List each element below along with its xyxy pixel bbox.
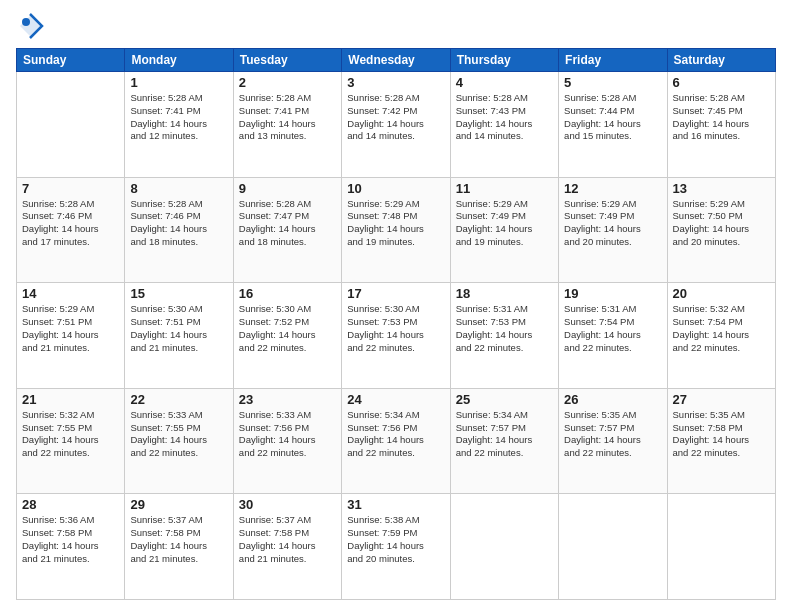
calendar-cell: 29Sunrise: 5:37 AM Sunset: 7:58 PM Dayli…	[125, 494, 233, 600]
calendar-cell: 24Sunrise: 5:34 AM Sunset: 7:56 PM Dayli…	[342, 388, 450, 494]
day-number: 23	[239, 392, 336, 407]
day-number: 6	[673, 75, 770, 90]
calendar-cell: 20Sunrise: 5:32 AM Sunset: 7:54 PM Dayli…	[667, 283, 775, 389]
logo	[16, 12, 48, 40]
cell-info: Sunrise: 5:31 AM Sunset: 7:53 PM Dayligh…	[456, 303, 553, 354]
calendar-cell: 30Sunrise: 5:37 AM Sunset: 7:58 PM Dayli…	[233, 494, 341, 600]
day-number: 30	[239, 497, 336, 512]
cell-info: Sunrise: 5:28 AM Sunset: 7:45 PM Dayligh…	[673, 92, 770, 143]
day-number: 14	[22, 286, 119, 301]
col-header-tuesday: Tuesday	[233, 49, 341, 72]
col-header-thursday: Thursday	[450, 49, 558, 72]
day-number: 26	[564, 392, 661, 407]
calendar-cell: 21Sunrise: 5:32 AM Sunset: 7:55 PM Dayli…	[17, 388, 125, 494]
cell-info: Sunrise: 5:28 AM Sunset: 7:41 PM Dayligh…	[239, 92, 336, 143]
col-header-wednesday: Wednesday	[342, 49, 450, 72]
day-number: 2	[239, 75, 336, 90]
calendar-cell: 23Sunrise: 5:33 AM Sunset: 7:56 PM Dayli…	[233, 388, 341, 494]
day-number: 13	[673, 181, 770, 196]
cell-info: Sunrise: 5:28 AM Sunset: 7:47 PM Dayligh…	[239, 198, 336, 249]
calendar-cell: 25Sunrise: 5:34 AM Sunset: 7:57 PM Dayli…	[450, 388, 558, 494]
col-header-sunday: Sunday	[17, 49, 125, 72]
day-number: 9	[239, 181, 336, 196]
calendar-cell: 16Sunrise: 5:30 AM Sunset: 7:52 PM Dayli…	[233, 283, 341, 389]
cell-info: Sunrise: 5:28 AM Sunset: 7:46 PM Dayligh…	[130, 198, 227, 249]
page: SundayMondayTuesdayWednesdayThursdayFrid…	[0, 0, 792, 612]
cell-info: Sunrise: 5:35 AM Sunset: 7:57 PM Dayligh…	[564, 409, 661, 460]
day-number: 17	[347, 286, 444, 301]
cell-info: Sunrise: 5:36 AM Sunset: 7:58 PM Dayligh…	[22, 514, 119, 565]
day-number: 8	[130, 181, 227, 196]
calendar-cell: 26Sunrise: 5:35 AM Sunset: 7:57 PM Dayli…	[559, 388, 667, 494]
cell-info: Sunrise: 5:35 AM Sunset: 7:58 PM Dayligh…	[673, 409, 770, 460]
day-number: 4	[456, 75, 553, 90]
calendar-cell: 13Sunrise: 5:29 AM Sunset: 7:50 PM Dayli…	[667, 177, 775, 283]
calendar-cell: 31Sunrise: 5:38 AM Sunset: 7:59 PM Dayli…	[342, 494, 450, 600]
day-number: 25	[456, 392, 553, 407]
calendar-cell	[667, 494, 775, 600]
calendar-cell: 10Sunrise: 5:29 AM Sunset: 7:48 PM Dayli…	[342, 177, 450, 283]
cell-info: Sunrise: 5:30 AM Sunset: 7:52 PM Dayligh…	[239, 303, 336, 354]
cell-info: Sunrise: 5:32 AM Sunset: 7:54 PM Dayligh…	[673, 303, 770, 354]
calendar-cell: 8Sunrise: 5:28 AM Sunset: 7:46 PM Daylig…	[125, 177, 233, 283]
calendar-cell: 3Sunrise: 5:28 AM Sunset: 7:42 PM Daylig…	[342, 72, 450, 178]
cell-info: Sunrise: 5:30 AM Sunset: 7:51 PM Dayligh…	[130, 303, 227, 354]
calendar-cell: 17Sunrise: 5:30 AM Sunset: 7:53 PM Dayli…	[342, 283, 450, 389]
calendar-cell: 19Sunrise: 5:31 AM Sunset: 7:54 PM Dayli…	[559, 283, 667, 389]
cell-info: Sunrise: 5:28 AM Sunset: 7:43 PM Dayligh…	[456, 92, 553, 143]
cell-info: Sunrise: 5:29 AM Sunset: 7:48 PM Dayligh…	[347, 198, 444, 249]
svg-marker-1	[20, 16, 40, 36]
calendar-cell	[450, 494, 558, 600]
day-number: 19	[564, 286, 661, 301]
day-number: 29	[130, 497, 227, 512]
cell-info: Sunrise: 5:28 AM Sunset: 7:44 PM Dayligh…	[564, 92, 661, 143]
cell-info: Sunrise: 5:28 AM Sunset: 7:42 PM Dayligh…	[347, 92, 444, 143]
day-number: 3	[347, 75, 444, 90]
cell-info: Sunrise: 5:37 AM Sunset: 7:58 PM Dayligh…	[239, 514, 336, 565]
day-number: 12	[564, 181, 661, 196]
cell-info: Sunrise: 5:34 AM Sunset: 7:56 PM Dayligh…	[347, 409, 444, 460]
calendar-cell: 6Sunrise: 5:28 AM Sunset: 7:45 PM Daylig…	[667, 72, 775, 178]
calendar-cell: 11Sunrise: 5:29 AM Sunset: 7:49 PM Dayli…	[450, 177, 558, 283]
calendar-cell: 18Sunrise: 5:31 AM Sunset: 7:53 PM Dayli…	[450, 283, 558, 389]
calendar-cell: 9Sunrise: 5:28 AM Sunset: 7:47 PM Daylig…	[233, 177, 341, 283]
day-number: 7	[22, 181, 119, 196]
day-number: 22	[130, 392, 227, 407]
calendar-cell	[559, 494, 667, 600]
calendar-cell: 7Sunrise: 5:28 AM Sunset: 7:46 PM Daylig…	[17, 177, 125, 283]
day-number: 15	[130, 286, 227, 301]
day-number: 28	[22, 497, 119, 512]
calendar-cell: 5Sunrise: 5:28 AM Sunset: 7:44 PM Daylig…	[559, 72, 667, 178]
calendar-cell: 28Sunrise: 5:36 AM Sunset: 7:58 PM Dayli…	[17, 494, 125, 600]
calendar-cell: 12Sunrise: 5:29 AM Sunset: 7:49 PM Dayli…	[559, 177, 667, 283]
cell-info: Sunrise: 5:29 AM Sunset: 7:49 PM Dayligh…	[564, 198, 661, 249]
calendar-cell: 27Sunrise: 5:35 AM Sunset: 7:58 PM Dayli…	[667, 388, 775, 494]
day-number: 24	[347, 392, 444, 407]
cell-info: Sunrise: 5:28 AM Sunset: 7:41 PM Dayligh…	[130, 92, 227, 143]
calendar-cell	[17, 72, 125, 178]
cell-info: Sunrise: 5:38 AM Sunset: 7:59 PM Dayligh…	[347, 514, 444, 565]
calendar-cell: 1Sunrise: 5:28 AM Sunset: 7:41 PM Daylig…	[125, 72, 233, 178]
calendar-cell: 2Sunrise: 5:28 AM Sunset: 7:41 PM Daylig…	[233, 72, 341, 178]
calendar-cell: 15Sunrise: 5:30 AM Sunset: 7:51 PM Dayli…	[125, 283, 233, 389]
svg-point-2	[22, 18, 30, 26]
cell-info: Sunrise: 5:34 AM Sunset: 7:57 PM Dayligh…	[456, 409, 553, 460]
cell-info: Sunrise: 5:29 AM Sunset: 7:50 PM Dayligh…	[673, 198, 770, 249]
col-header-monday: Monday	[125, 49, 233, 72]
cell-info: Sunrise: 5:33 AM Sunset: 7:56 PM Dayligh…	[239, 409, 336, 460]
col-header-friday: Friday	[559, 49, 667, 72]
day-number: 10	[347, 181, 444, 196]
day-number: 21	[22, 392, 119, 407]
day-number: 11	[456, 181, 553, 196]
day-number: 16	[239, 286, 336, 301]
calendar-cell: 14Sunrise: 5:29 AM Sunset: 7:51 PM Dayli…	[17, 283, 125, 389]
cell-info: Sunrise: 5:32 AM Sunset: 7:55 PM Dayligh…	[22, 409, 119, 460]
cell-info: Sunrise: 5:29 AM Sunset: 7:51 PM Dayligh…	[22, 303, 119, 354]
cell-info: Sunrise: 5:33 AM Sunset: 7:55 PM Dayligh…	[130, 409, 227, 460]
col-header-saturday: Saturday	[667, 49, 775, 72]
day-number: 27	[673, 392, 770, 407]
day-number: 5	[564, 75, 661, 90]
day-number: 1	[130, 75, 227, 90]
calendar-cell: 4Sunrise: 5:28 AM Sunset: 7:43 PM Daylig…	[450, 72, 558, 178]
logo-icon	[16, 12, 44, 40]
